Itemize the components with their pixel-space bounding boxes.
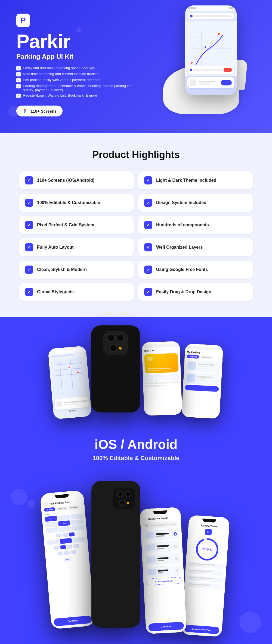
highlight-label: Hundreds of components (156, 223, 209, 227)
check-badge: ✓ (144, 199, 152, 207)
highlight-label: Light & Dark Theme Included (156, 178, 216, 183)
highlight-label: Design System Included (156, 200, 206, 205)
hero-section: P Parkir Parking App UI Kit Easily find … (0, 0, 272, 133)
check-badge: ✓ (25, 221, 33, 229)
highlight-card-2: ✓ 100% Editable & Customizable (19, 194, 134, 212)
brand-name: Parkir (16, 32, 136, 51)
feature-item: Parking management (schedule & cancel bo… (16, 84, 136, 92)
phone-mockup-right2: My Parking Ongoing Cancelled (181, 343, 223, 419)
bottom-phone-black-center-left (91, 481, 140, 628)
highlight-card-1: ✓ Light & Dark Theme Included (138, 171, 253, 189)
feature-item: Easily find and book a parking space nea… (16, 66, 136, 70)
highlight-card-4: ✓ Pixel Perfect & Grid System (19, 216, 134, 234)
highlight-label: 100% Editable & Customizable (37, 200, 100, 205)
figma-icon (22, 108, 28, 114)
screens-button[interactable]: 110+ Screens (16, 106, 63, 116)
ios-title: iOS / Android (8, 437, 264, 452)
highlight-label: Clean, Stylish & Modern (37, 267, 87, 272)
bottom-phones-section: Pick Parking Spot 1st Floor 2nd Floor 3r… (0, 478, 272, 644)
highlight-card-5: ✓ Hundreds of components (138, 216, 253, 234)
brand-logo: P (16, 14, 30, 27)
check-badge: ✓ (25, 176, 33, 184)
check-badge: ✓ (25, 199, 33, 207)
feature-item: Register/Login, Waiting List, Bookmark, … (16, 93, 136, 98)
highlight-label: Fully Auto Layout (37, 245, 74, 250)
highlight-label: Easily Drag & Drop Design (156, 289, 211, 294)
check-badge: ✓ (144, 243, 152, 251)
check-badge: ✓ (25, 288, 33, 296)
bottom-phone-timer: Parking Timer P 02:59:57 (181, 515, 230, 637)
highlight-card-10: ✓ Global Styleguide (19, 283, 134, 301)
highlight-card-7: ✓ Well Organized Layers (138, 238, 253, 256)
hero-phone-mockup (158, 3, 261, 117)
bottom-phone-parking-spot: Pick Parking Spot 1st Floor 2nd Floor 3r… (40, 490, 95, 629)
feature-item: Pay parking easily with various payment … (16, 78, 136, 82)
phone-mockup-center (91, 325, 140, 412)
highlight-card-0: ✓ 110+ Screens (iOS/Android) (19, 171, 134, 189)
highlights-title: Product Highlights (14, 149, 258, 161)
ios-android-section: iOS / Android 100% Editable & Customizab… (0, 423, 272, 478)
bottom-phone-vehicle-select: Select Your Vehicle (140, 507, 187, 634)
phone-mockup-left: Details (48, 346, 92, 419)
highlight-label: Global Styleguide (37, 289, 74, 294)
highlights-grid: ✓ 110+ Screens (iOS/Android) ✓ Light & D… (19, 171, 253, 301)
highlight-label: Using Google Free Fonts (156, 267, 208, 272)
highlight-label: Well Organized Layers (156, 245, 203, 250)
ios-subtitle: 100% Editable & Customizable (8, 455, 264, 462)
feature-item: Real time searching and current location… (16, 72, 136, 76)
check-badge: ✓ (144, 221, 152, 229)
phone-mockup-right1: New Card (142, 341, 182, 416)
check-badge: ✓ (144, 176, 152, 184)
check-badge: ✓ (144, 288, 152, 296)
highlight-card-9: ✓ Using Google Free Fonts (138, 261, 253, 279)
highlight-card-6: ✓ Fully Auto Layout (19, 238, 134, 256)
highlight-card-8: ✓ Clean, Stylish & Modern (19, 261, 134, 279)
hero-features-list: Easily find and book a parking space nea… (16, 66, 136, 98)
check-badge: ✓ (25, 243, 33, 251)
mockups-section: Details New Card (0, 317, 272, 423)
check-badge: ✓ (25, 266, 33, 274)
highlight-card-3: ✓ Design System Included (138, 194, 253, 212)
highlight-label: Pixel Perfect & Grid System (37, 223, 94, 227)
highlight-label: 110+ Screens (iOS/Android) (37, 178, 94, 183)
brand-tagline: Parking App UI Kit (16, 53, 136, 60)
check-badge: ✓ (144, 266, 152, 274)
highlights-section: Product Highlights ✓ 110+ Screens (iOS/A… (0, 133, 272, 317)
highlight-card-11: ✓ Easily Drag & Drop Design (138, 283, 253, 301)
